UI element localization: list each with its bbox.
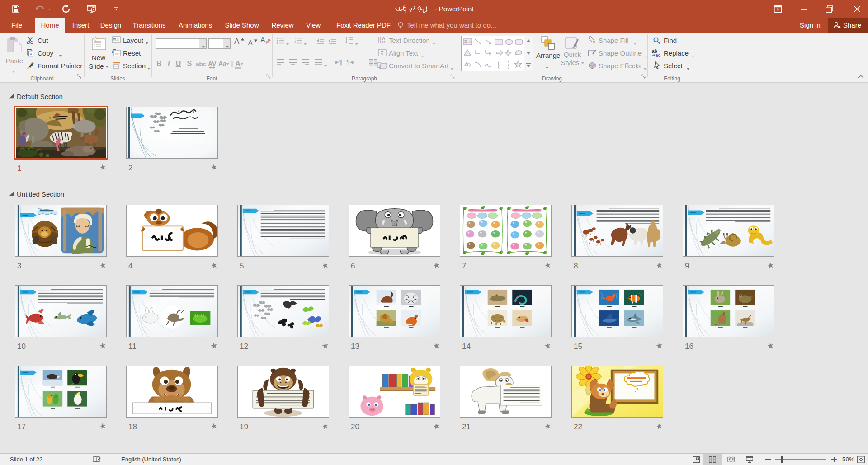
- svg-text:3: 3: [295, 42, 296, 45]
- svg-text:A: A: [468, 40, 471, 44]
- svg-text:A: A: [382, 36, 386, 41]
- svg-text:ac: ac: [656, 53, 661, 57]
